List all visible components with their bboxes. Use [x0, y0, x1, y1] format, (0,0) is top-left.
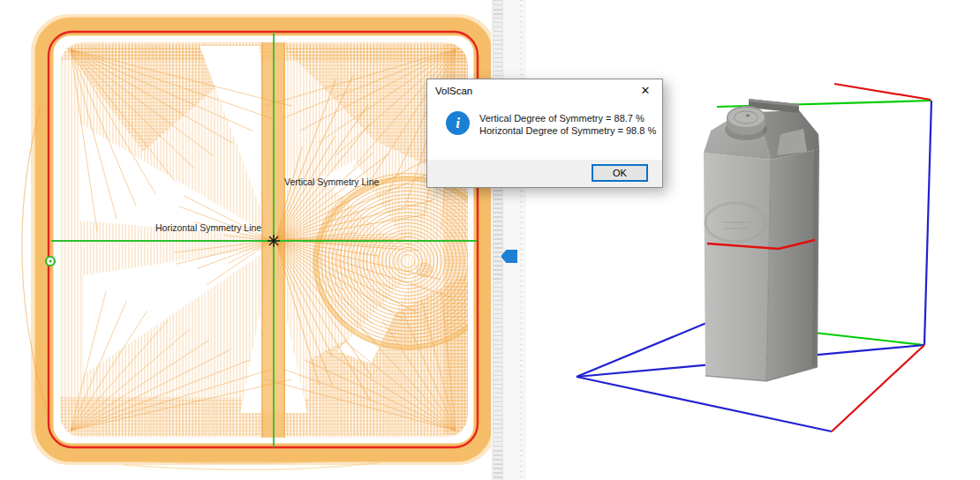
box-top-red-edge [834, 84, 931, 100]
dialog-message: Vertical Degree of Symmetry = 88.7 % Hor… [479, 111, 656, 137]
edge-marker-icon [46, 257, 55, 266]
dialog-titlebar[interactable]: VolScan ✕ [427, 79, 662, 101]
vertical-symmetry-result: Vertical Degree of Symmetry = 88.7 % [479, 113, 656, 125]
ok-button[interactable]: OK [592, 164, 648, 182]
info-icon: i [446, 111, 470, 135]
close-icon[interactable]: ✕ [629, 79, 662, 101]
splitter-grip-texture[interactable] [493, 0, 503, 480]
symmetry-slice-canvas[interactable]: Vertical Symmetry Line Horizontal Symmet… [0, 0, 491, 480]
floor-left-back-edge [577, 321, 711, 377]
message-dialog: VolScan ✕ i Vertical Degree of Symmetry … [426, 79, 663, 188]
dialog-button-strip: OK [427, 160, 662, 187]
center-marker-icon [268, 235, 280, 247]
box-right-vertical-edge [924, 101, 931, 345]
floor-front-left-edge [577, 377, 832, 431]
volscan-window: Vertical Symmetry Line Horizontal Symmet… [0, 0, 980, 480]
vertical-symmetry-label: Vertical Symmetry Line [284, 176, 380, 187]
panel-splitter[interactable] [491, 0, 526, 480]
horizontal-symmetry-result: Horizontal Degree of Symmetry = 98.8 % [479, 125, 656, 138]
slice-view-panel[interactable]: Vertical Symmetry Line Horizontal Symmet… [0, 0, 491, 480]
splitter-collapse-arrow-icon[interactable] [501, 250, 517, 263]
floor-front-red-edge [832, 345, 924, 431]
horizontal-symmetry-label: Horizontal Symmetry Line [155, 222, 261, 233]
dialog-title: VolScan [427, 86, 472, 96]
model-3d-canvas[interactable] [526, 0, 980, 480]
splitter-grip-texture-2 [520, 0, 523, 480]
carton-3d-model [704, 99, 819, 381]
cap-top [727, 108, 765, 128]
model-view-panel[interactable] [526, 0, 980, 480]
